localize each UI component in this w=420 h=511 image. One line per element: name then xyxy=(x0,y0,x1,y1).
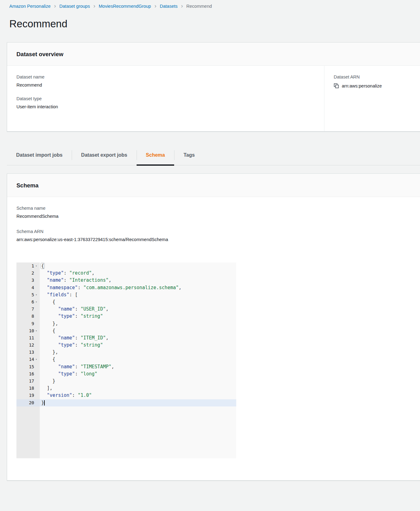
code-text: } xyxy=(40,399,236,406)
line-number-gutter: 9 xyxy=(16,320,40,327)
schema-name-label: Schema name xyxy=(16,206,420,211)
fold-arrow-icon[interactable]: ▾ xyxy=(34,327,38,334)
code-token xyxy=(41,392,47,398)
line-number-gutter: 14▾ xyxy=(16,356,40,363)
line-number: 6 xyxy=(32,298,34,306)
schema-code-editor[interactable]: 1▾{2 "type": "record",3 "name": "Interac… xyxy=(16,262,236,458)
line-number: 5 xyxy=(32,291,34,298)
code-token xyxy=(41,335,58,341)
field-value: User-item interaction xyxy=(16,104,324,109)
line-number-gutter: 3 xyxy=(16,277,40,284)
line-number: 14 xyxy=(29,356,34,363)
code-token: , xyxy=(109,277,111,283)
line-number: 4 xyxy=(32,284,34,291)
code-token: "com.amazonaws.personalize.schema" xyxy=(83,285,178,290)
code-text: "type": "long" xyxy=(40,370,236,378)
code-token: "string" xyxy=(80,342,103,348)
overview-field: Dataset typeUser-item interaction xyxy=(16,96,324,109)
editor-line: 6▾ { xyxy=(16,298,236,306)
code-token: : xyxy=(64,277,69,283)
editor-line: 15 "name": "TIMESTAMP", xyxy=(16,363,236,370)
code-text: } xyxy=(40,378,236,385)
breadcrumb-item-datasets[interactable]: Datasets xyxy=(160,4,178,9)
tab-tags[interactable]: Tags xyxy=(174,146,204,165)
code-token: "fields" xyxy=(47,292,69,298)
code-text: "type": "string" xyxy=(40,342,236,349)
line-number-gutter: 2 xyxy=(16,270,40,277)
editor-line: 3 "name": "Interactions", xyxy=(16,277,236,284)
breadcrumb-separator-icon: › xyxy=(181,4,183,8)
code-token: , xyxy=(179,285,182,290)
code-token: { xyxy=(41,356,55,362)
line-number-gutter: 12 xyxy=(16,342,40,349)
editor-line: 2 "type": "record", xyxy=(16,270,236,277)
dataset-arn-value: arn:aws:personalize xyxy=(342,83,382,88)
schema-arn-label: Schema ARN xyxy=(16,229,420,234)
breadcrumb: Amazon Personalize›Dataset groups›Movies… xyxy=(0,0,420,9)
breadcrumb-separator-icon: › xyxy=(54,4,56,8)
line-number: 15 xyxy=(29,363,34,370)
line-number: 9 xyxy=(32,320,34,327)
code-token: "name" xyxy=(47,277,64,283)
code-token: , xyxy=(92,270,95,276)
code-token: "type" xyxy=(47,270,64,276)
editor-line: 14▾ { xyxy=(16,356,236,363)
line-number: 1 xyxy=(32,262,34,270)
breadcrumb-item-dataset-groups[interactable]: Dataset groups xyxy=(59,4,90,9)
line-number-gutter: 4 xyxy=(16,284,40,291)
page-title: Recommend xyxy=(9,18,420,30)
code-text: "name": "Interactions", xyxy=(40,277,236,284)
breadcrumb-item-moviesrecommendgroup[interactable]: MoviesRecommendGroup xyxy=(99,4,151,9)
code-token: , xyxy=(111,364,114,370)
code-token: "TIMESTAMP" xyxy=(80,364,111,370)
dataset-overview-header: Dataset overview xyxy=(7,43,420,66)
code-text: "version": "1.0" xyxy=(40,392,236,399)
breadcrumb-item-recommend: Recommend xyxy=(186,4,212,9)
fold-arrow-icon[interactable]: ▾ xyxy=(34,298,38,306)
code-token: : xyxy=(75,342,80,348)
code-token: "record" xyxy=(69,270,92,276)
editor-line: 13 }, xyxy=(16,349,236,356)
line-number: 13 xyxy=(29,349,34,356)
code-token: ], xyxy=(41,385,52,391)
code-token: { xyxy=(41,263,45,269)
line-number-gutter: 5▾ xyxy=(16,291,40,298)
field-label: Dataset type xyxy=(16,96,324,101)
code-token: } xyxy=(41,400,44,406)
code-token: "string" xyxy=(80,313,103,319)
field-label: Dataset name xyxy=(16,74,324,79)
code-token: "long" xyxy=(80,371,97,377)
line-number-gutter: 18 xyxy=(16,385,40,392)
overview-fields-column: Dataset nameRecommendDataset typeUser-it… xyxy=(7,66,324,131)
tab-schema[interactable]: Schema xyxy=(137,146,174,165)
tab-dataset-export-jobs[interactable]: Dataset export jobs xyxy=(72,146,136,165)
line-number: 20 xyxy=(29,399,34,406)
code-token: , xyxy=(106,335,109,341)
editor-line: 4 "namespace": "com.amazonaws.personaliz… xyxy=(16,284,236,291)
code-token xyxy=(41,342,58,348)
code-token: { xyxy=(41,299,55,305)
fold-arrow-icon[interactable]: ▾ xyxy=(34,262,38,270)
code-token: : xyxy=(64,270,69,276)
code-token: : xyxy=(75,371,80,377)
code-token xyxy=(41,270,47,276)
code-token: "name" xyxy=(58,335,75,341)
code-token: "USER_ID" xyxy=(80,306,106,312)
overview-field: Dataset nameRecommend xyxy=(16,74,324,87)
code-token: : xyxy=(78,285,83,290)
breadcrumb-item-amazon-personalize[interactable]: Amazon Personalize xyxy=(9,4,51,9)
fold-arrow-icon[interactable]: ▾ xyxy=(34,356,38,363)
fold-arrow-icon[interactable]: ▾ xyxy=(34,291,38,298)
tab-dataset-import-jobs[interactable]: Dataset import jobs xyxy=(7,146,72,165)
field-value: Recommend xyxy=(16,83,324,87)
line-number-gutter: 11 xyxy=(16,334,40,342)
code-token xyxy=(41,285,47,290)
line-number-gutter: 1▾ xyxy=(16,262,40,270)
code-text: }, xyxy=(40,320,236,327)
line-number: 10 xyxy=(29,327,34,334)
overview-arn-column: Dataset ARN arn:aws:personalize xyxy=(324,66,420,131)
line-number: 3 xyxy=(32,277,34,284)
copy-icon[interactable] xyxy=(334,83,339,88)
editor-line: 16 "type": "long" xyxy=(16,370,236,378)
code-token: }, xyxy=(41,349,58,355)
